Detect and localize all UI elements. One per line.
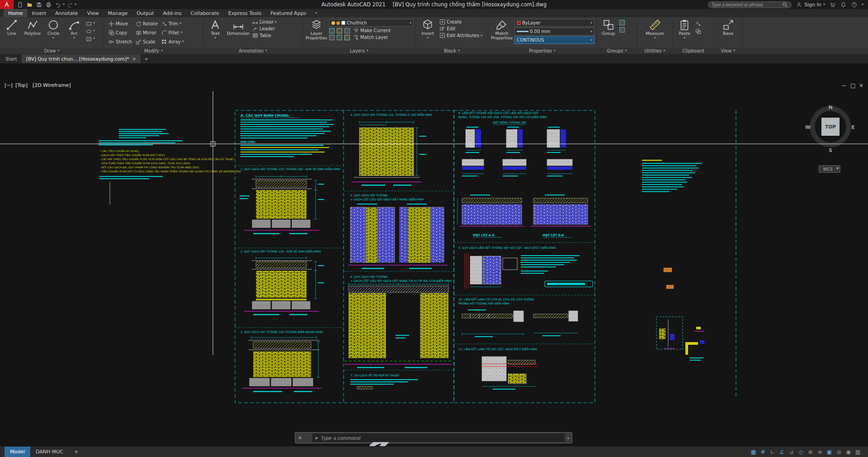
help-search-box[interactable]	[708, 1, 792, 8]
grid-toggle-icon[interactable]: ▦	[749, 447, 758, 457]
linetype-dropdown[interactable]: CONTINOUS	[514, 36, 594, 44]
layer-properties-button[interactable]: Layer Properties	[305, 18, 328, 40]
file-tab-document[interactable]: [BV] Quy trinh chun... [Hosoxaydung.com]…	[22, 54, 141, 63]
model-space[interactable]: * CÁC TIÊU CHUẨN ÁP DỤNG: - GẠCH XÂY THE…	[0, 63, 868, 446]
snap-toggle-icon[interactable]: #	[758, 447, 768, 457]
cut-icon[interactable]	[695, 20, 701, 26]
print-icon[interactable]	[44, 0, 53, 9]
help-icon[interactable]	[851, 1, 858, 8]
array-button[interactable]: Array	[160, 37, 185, 46]
search-input[interactable]	[711, 2, 780, 7]
lineweight-toggle-icon[interactable]: ≡	[815, 447, 825, 457]
section-6-door-opening[interactable]: 6. QUY CÁCH XÂY TƯỜNG: + GẠCH CỐT LIỆU V…	[344, 275, 452, 368]
panel-title-draw[interactable]: Draw	[0, 48, 104, 54]
panel-title-utilities[interactable]: Utilities	[637, 48, 672, 54]
notifications-bell-icon[interactable]	[840, 1, 847, 8]
viewcube[interactable]: N S W E TOP	[805, 105, 855, 153]
save-icon[interactable]	[34, 0, 43, 9]
paste-caret-icon[interactable]	[684, 36, 685, 40]
edit-attributes-button[interactable]: Edit Attributes	[439, 33, 483, 38]
layer-lock-tool-icon[interactable]	[329, 35, 335, 40]
osnap-toggle-icon[interactable]: ◇	[796, 447, 806, 457]
move-button[interactable]: Move	[108, 19, 133, 28]
section-5-mixed-brick-panels[interactable]: 5. QUY CÁCH XÂY TƯỜNG: + GẠCH CỐT LIỆU V…	[348, 194, 448, 269]
ellipse-button[interactable]	[85, 28, 96, 33]
panel-title-properties[interactable]: Properties	[488, 48, 596, 54]
panel-title-layers[interactable]: Layers	[303, 48, 415, 54]
view-name-button[interactable]: [Top]	[15, 82, 28, 88]
close-command-icon[interactable]	[298, 435, 302, 441]
measure-caret-icon[interactable]	[654, 36, 656, 40]
file-tab-start[interactable]: Start	[1, 54, 22, 63]
tab-view[interactable]: View	[82, 9, 103, 17]
drawing-window-controls[interactable]: − □ ×	[842, 82, 863, 89]
customization-menu-icon[interactable]: ▨	[853, 447, 863, 457]
restore-drawing-icon[interactable]: □	[850, 82, 855, 89]
minimize-drawing-icon[interactable]: −	[842, 82, 846, 89]
undo-caret-icon[interactable]	[63, 3, 65, 6]
line-button[interactable]: Line	[2, 18, 22, 36]
panel-title-groups[interactable]: Groups	[597, 48, 637, 54]
fillet-button[interactable]: Fillet	[160, 28, 185, 37]
layer-unlock-tool-icon[interactable]	[337, 35, 342, 40]
tab-add-ins[interactable]: Add-ins	[158, 9, 186, 17]
customize-wrench-icon[interactable]	[304, 435, 310, 441]
copy-clip-icon[interactable]	[695, 28, 701, 33]
viewport-controls[interactable]: [−] [Top] [2D Wireframe]	[5, 82, 71, 88]
linear-button[interactable]: Linear	[251, 19, 278, 25]
section-general-rules[interactable]: A. CÁC QUY ĐỊNH CHUNG: GHI CHÚ:	[241, 114, 334, 157]
measure-button[interactable]: Measure	[645, 18, 665, 40]
match-layer-button[interactable]: Match Layer	[352, 34, 389, 40]
otrack-toggle-icon[interactable]: ⊕	[806, 447, 815, 457]
tab-annotate[interactable]: Annotate	[51, 9, 82, 17]
search-icon[interactable]	[782, 1, 788, 8]
viewcube-west[interactable]: W	[805, 124, 811, 130]
rotate-button[interactable]: Rotate	[135, 19, 159, 28]
layer-off-tool-icon[interactable]	[329, 28, 335, 33]
edit-block-button[interactable]: Edit	[439, 26, 483, 32]
scale-button[interactable]: Scale	[135, 37, 159, 46]
hatch-button[interactable]	[85, 35, 96, 41]
help-caret-icon[interactable]	[862, 3, 863, 6]
tab-express-tools[interactable]: Express Tools	[224, 9, 266, 17]
make-current-button[interactable]: Make Current	[352, 28, 392, 33]
stretch-button[interactable]: Stretch	[108, 37, 133, 46]
section-11-lintel-column[interactable]: 11. LIÊN KẾT LANH TÔ VỚI CỘT, VÁCH BTCT …	[458, 347, 538, 390]
drawing-area[interactable]: * CÁC TIÊU CHUẨN ÁP DỤNG: - GẠCH XÂY THE…	[0, 63, 868, 446]
command-input-area[interactable]: ▸	[312, 433, 565, 442]
layer-isolate-tool-icon[interactable]	[337, 28, 342, 33]
new-layout-button[interactable]: +	[69, 447, 84, 457]
layer-dropdown[interactable]: Chuthich	[329, 19, 414, 27]
section-1-wall-elevation[interactable]: 1. QUY CÁCH XÂY TƯỜNG 110, TƯỜNG 200 - K…	[240, 167, 340, 234]
new-drawing-icon[interactable]	[15, 0, 24, 9]
layer-walk-tool-icon[interactable]	[344, 35, 350, 40]
panel-title-block[interactable]: Block	[416, 48, 488, 54]
circle-caret-icon[interactable]	[52, 36, 54, 40]
group-button[interactable]: Group	[599, 18, 618, 36]
qat-options-caret-icon[interactable]	[75, 3, 76, 6]
isodraft-toggle-icon[interactable]: ⊿	[787, 447, 796, 457]
command-line[interactable]: ▸	[295, 432, 572, 443]
ribbon-display-toggle[interactable]	[316, 9, 317, 17]
paste-button[interactable]: Paste	[675, 18, 694, 40]
command-history-icon[interactable]	[567, 436, 569, 440]
lineweight-dropdown[interactable]: 0.00 mm	[514, 28, 594, 35]
group-edit-icon[interactable]	[619, 27, 625, 33]
viewcube-south[interactable]: S	[829, 148, 832, 153]
right-notes-text[interactable]	[642, 160, 702, 192]
section-10-lintel-connection[interactable]: 10. LIÊN KẾT LANH TÔ CỬA ĐI, CỬA SỔ, CỬA…	[458, 297, 578, 337]
panel-title-view[interactable]: View	[714, 48, 742, 54]
command-input[interactable]	[321, 435, 561, 441]
workspace-switch-icon[interactable]: ◎	[834, 447, 844, 457]
insert-button[interactable]: Insert	[418, 18, 438, 40]
section-2-wall-elevation[interactable]: 2. QUY CÁCH XÂY TƯỜNG 110 - KHE VỆ SINH …	[241, 249, 324, 315]
section-4-pier-elevation[interactable]: 4. QUY CÁCH XÂY TƯỜNG 110, TƯỜNG G 100 Đ…	[350, 113, 432, 186]
cut-section-views[interactable]: MẶT CẮT A-A MẶT CẮT B-B	[458, 195, 590, 238]
visual-style-button[interactable]: [2D Wireframe]	[33, 82, 71, 88]
base-button[interactable]: Base	[718, 18, 738, 36]
tab-home[interactable]: Home	[4, 9, 27, 17]
polyline-button[interactable]: Polyline	[23, 18, 42, 36]
text-caret-icon[interactable]	[214, 36, 216, 40]
redo-icon[interactable]	[65, 0, 74, 9]
ungroup-icon[interactable]	[619, 20, 625, 25]
